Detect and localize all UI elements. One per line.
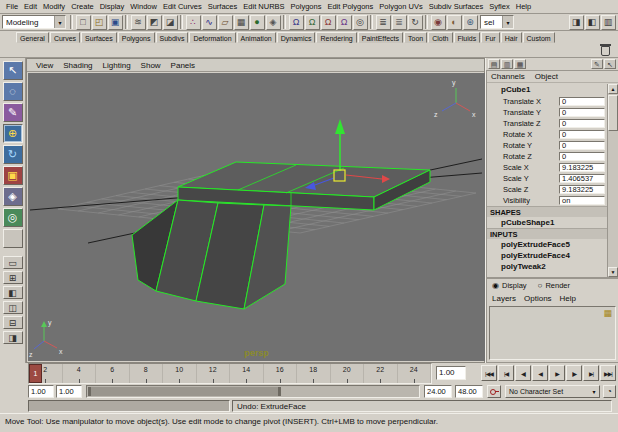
save-scene-icon[interactable]: ▣ — [108, 15, 123, 30]
select-tool[interactable]: ↖ — [3, 61, 23, 80]
shelf-tab-fluids[interactable]: Fluids — [454, 32, 481, 43]
select-lines-mask-icon[interactable]: ∿ — [202, 15, 217, 30]
menu-help[interactable]: Help — [560, 294, 576, 303]
shelf-tab-painteffects[interactable]: PaintEffects — [358, 32, 403, 43]
animation-end-field[interactable]: 48.00 — [455, 385, 483, 398]
channel-label[interactable]: Rotate Z — [503, 152, 559, 161]
go-to-start-button[interactable]: |◀◀ — [481, 365, 497, 381]
menu-set-dropdown[interactable]: Modeling ▾ — [2, 15, 66, 29]
shelf-tab-subdivs[interactable]: Subdivs — [156, 32, 189, 43]
output-operations-icon[interactable]: ≣ — [392, 15, 407, 30]
channel-value-field[interactable]: 0 — [559, 130, 605, 139]
go-to-end-button[interactable]: ▶▶| — [600, 365, 616, 381]
shelf-tab-polygons[interactable]: Polygons — [118, 32, 155, 43]
shelf-tab-curves[interactable]: Curves — [50, 32, 80, 43]
render-current-frame-icon[interactable]: ◉ — [431, 15, 446, 30]
menu-modify[interactable]: Modify — [40, 1, 68, 12]
component-mode-icon[interactable]: ◪ — [163, 15, 178, 30]
lock-selection-icon[interactable]: ◈ — [266, 15, 281, 30]
layout-persp-outliner-button[interactable]: ◧ — [3, 286, 23, 299]
range-slider-bar[interactable] — [88, 387, 281, 396]
render-globals-icon[interactable]: ⊛ — [463, 15, 478, 30]
select-points-mask-icon[interactable]: ∴ — [186, 15, 201, 30]
snap-to-planes-icon[interactable]: Ω — [337, 15, 352, 30]
channel-value-field[interactable]: 0 — [559, 141, 605, 150]
shelf-tab-surfaces[interactable]: Surfaces — [81, 32, 117, 43]
auto-keyframe-button[interactable] — [487, 385, 501, 398]
move-tool[interactable]: ⊕ — [3, 124, 23, 143]
menu-options[interactable]: Options — [524, 294, 552, 303]
viewport-menu-show[interactable]: Show — [136, 61, 166, 70]
channel-label[interactable]: Translate Y — [503, 108, 559, 117]
timeline-tick[interactable]: 16 — [264, 364, 298, 383]
hierarchy-mode-icon[interactable]: ≋ — [131, 15, 146, 30]
shelf-tab-deformation[interactable]: Deformation — [189, 32, 235, 43]
shape-node-name[interactable]: pCubeShape1 — [487, 217, 607, 228]
viewport-3d[interactable]: y x z y x z persp — [28, 73, 485, 361]
input-operations-icon[interactable]: ≣ — [376, 15, 391, 30]
shelf-tab-cloth[interactable]: Cloth — [428, 32, 452, 43]
timeline-tick[interactable]: 18 — [297, 364, 331, 383]
menu-help[interactable]: Help — [513, 1, 534, 12]
scale-tool[interactable]: ▣ — [3, 166, 23, 185]
channel-label[interactable]: Translate Z — [503, 119, 559, 128]
select-arrow-icon[interactable]: ↖ — [604, 59, 616, 69]
show-layer-editor-only-icon[interactable]: ▥ — [501, 59, 513, 69]
character-set-dropdown[interactable]: No Character Set ▾ — [505, 385, 600, 398]
layout-single-pane-button[interactable]: ▭ — [3, 256, 23, 269]
playback-start-field[interactable]: 1.00 — [56, 385, 82, 398]
scroll-down-icon[interactable]: ▼ — [608, 267, 618, 277]
menu-edit-nurbs[interactable]: Edit NURBS — [240, 1, 287, 12]
snap-to-grids-icon[interactable]: Ω — [289, 15, 304, 30]
step-back-key-button[interactable]: |◀ — [498, 365, 514, 381]
animation-preferences-button[interactable]: ◔ — [603, 385, 616, 398]
rotate-tool[interactable]: ↻ — [3, 145, 23, 164]
node-name[interactable]: pCube1 — [487, 84, 607, 96]
scrollbar-thumb[interactable] — [608, 95, 618, 131]
shelf-tab-toon[interactable]: Toon — [404, 32, 427, 43]
menu-polygon-uvs[interactable]: Polygon UVs — [376, 1, 425, 12]
step-forward-key-button[interactable]: ▶| — [583, 365, 599, 381]
paint-icon[interactable]: ✎ — [591, 59, 603, 69]
timeline-tick[interactable]: 22 — [364, 364, 398, 383]
paint-select-tool[interactable]: ✎ — [3, 103, 23, 122]
show-channel-box-icon[interactable]: ▥ — [601, 15, 616, 30]
menu-create[interactable]: Create — [68, 1, 97, 12]
menu-surfaces[interactable]: Surfaces — [205, 1, 241, 12]
menu-channels[interactable]: Channels — [491, 72, 525, 81]
menu-object[interactable]: Object — [535, 72, 558, 81]
snap-to-points-icon[interactable]: Ω — [321, 15, 336, 30]
shelf-tab-rendering[interactable]: Rendering — [316, 32, 356, 43]
shelf-tab-custom[interactable]: Custom — [523, 32, 555, 43]
menu-file[interactable]: File — [3, 1, 21, 12]
universal-manipulator-tool[interactable]: ◈ — [3, 187, 23, 206]
channel-label[interactable]: Rotate X — [503, 130, 559, 139]
pcube-mesh[interactable] — [132, 162, 430, 309]
object-mode-icon[interactable]: ◩ — [147, 15, 162, 30]
menu-edit-polygons[interactable]: Edit Polygons — [324, 1, 376, 12]
timeline-tick[interactable]: 6 — [96, 364, 130, 383]
channel-box-scrollbar[interactable]: ▲ ▼ — [607, 84, 618, 277]
shelf-tab-animation[interactable]: Animation — [237, 32, 276, 43]
shelf-tab-fur[interactable]: Fur — [481, 32, 500, 43]
channel-value-field[interactable]: 0 — [559, 119, 605, 128]
show-tool-settings-icon[interactable]: ◧ — [585, 15, 600, 30]
layout-graph-button[interactable]: ⊟ — [3, 316, 23, 329]
show-manipulator-tool[interactable]: ◎ — [3, 208, 23, 227]
channel-label[interactable]: Rotate Y — [503, 141, 559, 150]
scroll-up-icon[interactable]: ▲ — [608, 84, 618, 94]
input-node-polyextrudeface5[interactable]: polyExtrudeFace5 — [487, 239, 607, 250]
shelf-tab-hair[interactable]: Hair — [501, 32, 522, 43]
make-live-icon[interactable]: ◎ — [353, 15, 368, 30]
playback-end-field[interactable]: 24.00 — [424, 385, 452, 398]
menu-display[interactable]: Display — [97, 1, 128, 12]
channel-value-field[interactable]: 9.183225 — [559, 163, 605, 172]
trash-icon[interactable] — [601, 46, 610, 56]
timeline-tick[interactable]: 8 — [130, 364, 164, 383]
shelf-tab-dynamics[interactable]: Dynamics — [277, 32, 316, 43]
viewport-menu-view[interactable]: View — [31, 61, 58, 70]
selection-mask-dropdown[interactable]: sel ▾ — [480, 15, 514, 29]
menu-edit-curves[interactable]: Edit Curves — [160, 1, 205, 12]
range-slider[interactable] — [86, 385, 420, 398]
play-forwards-button[interactable]: ▶ — [549, 365, 565, 381]
